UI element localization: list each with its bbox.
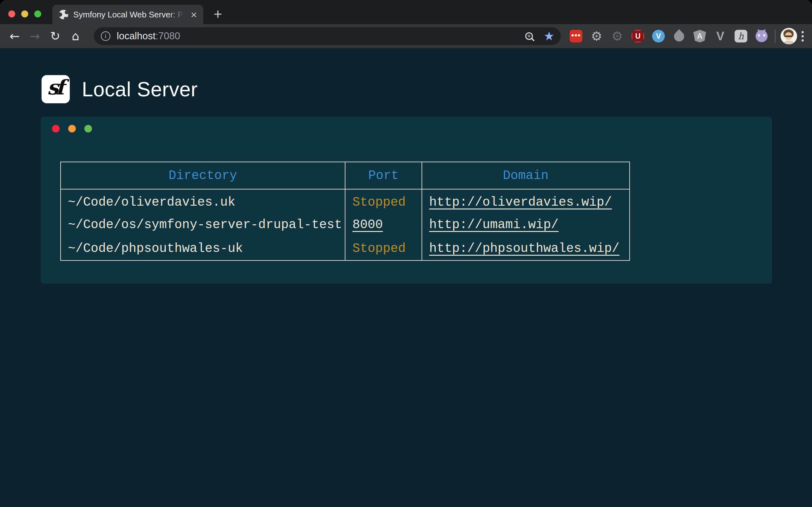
status-badge: Stopped (352, 241, 406, 256)
card-green-dot-icon (84, 125, 92, 132)
domain-cell: http://umami.wip/ (422, 213, 629, 237)
forward-icon: → (26, 26, 44, 46)
page-content: sf Local Server Directory Port Domain (0, 48, 812, 507)
browser-menu-icon[interactable] (802, 31, 804, 42)
toolbar-divider (775, 30, 775, 43)
zoom-window-button[interactable] (34, 10, 41, 17)
port-cell: 8000 (345, 213, 422, 237)
ublock-extension-icon[interactable]: U (631, 30, 644, 43)
card-orange-dot-icon (68, 125, 76, 132)
card-traffic-dots (52, 125, 92, 132)
lastpass-extension-icon[interactable]: ••• (570, 30, 582, 43)
extensions-bar: ••• ⚙ ⚙ U V A V h (570, 30, 768, 43)
tab-title: Symfony Local Web Server: Prox (73, 9, 187, 20)
h-extension-icon[interactable]: h (734, 30, 747, 43)
reload-icon[interactable]: ↻ (46, 26, 65, 46)
domain-cell: http://oliverdavies.wip/ (422, 189, 629, 213)
zoom-page-icon[interactable]: + (525, 32, 533, 40)
page-title: Local Server (82, 78, 198, 101)
browser-tab[interactable]: Symfony Local Web Server: Prox × (52, 5, 203, 24)
symfony-logo-icon: sf (42, 75, 70, 103)
port-link[interactable]: 8000 (352, 218, 383, 232)
servers-table: Directory Port Domain ~/Code/oliverdavie… (60, 162, 630, 261)
url-port: :7080 (155, 31, 180, 42)
tab-close-icon[interactable]: × (190, 9, 198, 20)
url-host: localhost (117, 31, 155, 42)
window-controls (8, 10, 41, 17)
brand-header: sf Local Server (42, 75, 198, 103)
table-row: ~/Code/os/symfony-server-drupal-test 800… (61, 213, 629, 237)
vimium-extension-icon[interactable]: V (652, 30, 665, 43)
gear-dim-extension-icon[interactable]: ⚙ (611, 30, 623, 43)
status-badge: Stopped (352, 195, 406, 210)
domain-link[interactable]: http://umami.wip/ (429, 218, 559, 232)
site-info-icon[interactable]: i (101, 32, 110, 41)
directory-cell: ~/Code/phpsouthwales-uk (61, 237, 345, 261)
port-cell: Stopped (345, 189, 422, 213)
terminal-card: Directory Port Domain ~/Code/oliverdavie… (41, 117, 772, 284)
domain-cell: http://phpsouthwales.wip/ (422, 237, 629, 261)
url-text[interactable]: localhost:7080 (117, 31, 180, 42)
profile-avatar[interactable] (780, 28, 797, 44)
card-red-dot-icon (52, 125, 60, 132)
new-tab-button[interactable]: + (209, 5, 227, 23)
address-bar[interactable]: i localhost:7080 + ★ (94, 27, 561, 45)
domain-link[interactable]: http://phpsouthwales.wip/ (429, 241, 619, 256)
drupal-extension-icon[interactable] (673, 30, 686, 43)
back-icon[interactable]: ← (5, 26, 24, 46)
column-header-directory: Directory (61, 162, 345, 189)
angular-extension-icon[interactable]: A (693, 30, 706, 43)
bookmark-star-icon[interactable]: ★ (544, 30, 554, 42)
browser-window: Symfony Local Web Server: Prox × + ← → ↻… (0, 0, 812, 507)
port-cell: Stopped (345, 237, 422, 261)
globe-favicon-icon (59, 10, 68, 19)
directory-cell: ~/Code/os/symfony-server-drupal-test (61, 213, 345, 237)
home-icon[interactable]: ⌂ (66, 26, 85, 46)
minimize-window-button[interactable] (21, 10, 28, 17)
tab-strip: Symfony Local Web Server: Prox × + (0, 0, 812, 24)
column-header-port: Port (345, 162, 422, 189)
column-header-domain: Domain (422, 162, 629, 189)
directory-cell: ~/Code/oliverdavies.uk (61, 189, 345, 213)
vue-extension-icon[interactable]: V (714, 30, 727, 43)
github-octocat-extension-icon[interactable] (755, 30, 768, 43)
gear-extension-icon[interactable]: ⚙ (590, 30, 603, 43)
domain-link[interactable]: http://oliverdavies.wip/ (429, 195, 612, 210)
table-row: ~/Code/phpsouthwales-uk Stopped http://p… (61, 237, 629, 261)
browser-toolbar: ← → ↻ ⌂ i localhost:7080 + ★ ••• ⚙ ⚙ U V… (0, 24, 812, 48)
table-row: ~/Code/oliverdavies.uk Stopped http://ol… (61, 189, 629, 213)
table-header-row: Directory Port Domain (61, 162, 629, 189)
close-window-button[interactable] (8, 10, 15, 17)
